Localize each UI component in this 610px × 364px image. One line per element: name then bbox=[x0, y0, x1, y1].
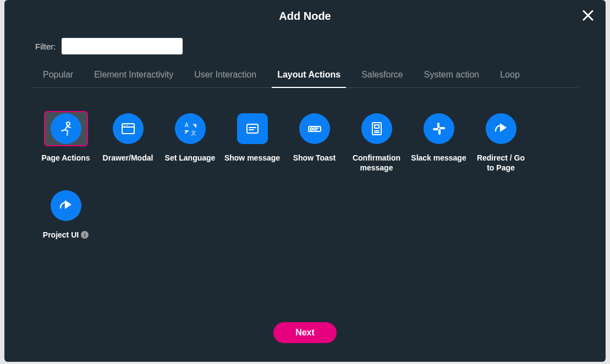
card-drawer-modal[interactable]: Drawer/Modal bbox=[100, 111, 156, 173]
card-icon-box bbox=[293, 111, 337, 146]
modal-footer: Next bbox=[4, 322, 606, 343]
tab-user-interaction[interactable]: User Interaction bbox=[194, 70, 256, 87]
card-icon-box bbox=[355, 111, 399, 146]
card-grid: Page ActionsDrawer/ModalA文Set LanguageSh… bbox=[32, 111, 578, 240]
svg-point-5 bbox=[124, 125, 125, 126]
toast-icon bbox=[299, 113, 330, 144]
card-label: Drawer/Modal bbox=[103, 153, 153, 163]
card-label: Set Language bbox=[165, 153, 216, 163]
card-set-language[interactable]: A文Set Language bbox=[162, 111, 218, 173]
card-icon-box bbox=[44, 111, 88, 146]
svg-rect-22 bbox=[439, 127, 445, 129]
card-label: Page Actions bbox=[41, 153, 90, 163]
window-icon bbox=[113, 113, 144, 144]
card-label: Redirect / Go to Page bbox=[472, 153, 529, 173]
card-icon-box bbox=[44, 188, 88, 223]
svg-point-14 bbox=[310, 128, 312, 130]
filter-label: Filter: bbox=[35, 42, 56, 51]
tab-element-interactivity[interactable]: Element Interactivity bbox=[94, 70, 173, 87]
card-label: Confirmation message bbox=[348, 153, 405, 173]
filter-row: Filter: bbox=[35, 38, 578, 54]
tab-loop[interactable]: Loop bbox=[500, 70, 520, 87]
card-icon-box bbox=[230, 111, 274, 146]
svg-point-7 bbox=[127, 125, 128, 126]
card-label: Project UIi bbox=[43, 230, 89, 240]
tab-layout-actions[interactable]: Layout Actions bbox=[277, 70, 340, 87]
card-icon-box bbox=[479, 111, 523, 146]
tabs: PopularElement InteractivityUser Interac… bbox=[32, 70, 578, 88]
card-confirmation-message[interactable]: Confirmation message bbox=[348, 111, 405, 173]
filter-input[interactable] bbox=[62, 38, 183, 54]
tab-system-action[interactable]: System action bbox=[424, 70, 479, 87]
svg-point-6 bbox=[125, 125, 127, 126]
svg-rect-24 bbox=[433, 128, 438, 130]
document-icon bbox=[361, 113, 392, 144]
svg-point-2 bbox=[67, 122, 70, 125]
card-slack-message[interactable]: Slack message bbox=[410, 111, 467, 173]
svg-rect-23 bbox=[438, 129, 441, 135]
card-icon-box bbox=[106, 111, 150, 146]
card-show-message[interactable]: Show message bbox=[224, 111, 281, 173]
redirect-arrow-icon bbox=[486, 113, 516, 144]
close-icon bbox=[581, 9, 595, 22]
card-redirect-go-to-page[interactable]: Redirect / Go to Page bbox=[472, 111, 529, 173]
close-button[interactable] bbox=[581, 9, 595, 22]
svg-text:文: 文 bbox=[191, 130, 196, 136]
svg-rect-21 bbox=[437, 123, 439, 128]
tab-popular[interactable]: Popular bbox=[43, 70, 73, 87]
tab-salesforce[interactable]: Salesforce bbox=[361, 70, 403, 87]
card-page-actions[interactable]: Page Actions bbox=[37, 111, 94, 173]
next-button[interactable]: Next bbox=[273, 322, 337, 343]
modal-title: Add Node bbox=[32, 10, 578, 23]
svg-rect-18 bbox=[375, 125, 379, 128]
card-show-toast[interactable]: Show Toast bbox=[286, 111, 343, 173]
card-label: Show Toast bbox=[293, 153, 336, 163]
slack-icon bbox=[424, 113, 454, 144]
info-icon[interactable]: i bbox=[81, 231, 89, 239]
svg-text:A: A bbox=[185, 122, 189, 128]
runner-icon bbox=[51, 113, 81, 144]
svg-rect-10 bbox=[247, 124, 258, 133]
redirect-arrow-icon bbox=[51, 190, 81, 221]
translate-icon: A文 bbox=[175, 113, 206, 144]
card-icon-box: A文 bbox=[168, 111, 212, 146]
add-node-modal: Add Node Filter: PopularElement Interact… bbox=[4, 0, 606, 362]
card-icon-box bbox=[417, 111, 461, 146]
card-project-ui[interactable]: Project UIi bbox=[37, 188, 94, 240]
message-box-icon bbox=[237, 113, 268, 144]
card-label: Show message bbox=[224, 153, 280, 163]
card-label: Slack message bbox=[411, 153, 466, 163]
